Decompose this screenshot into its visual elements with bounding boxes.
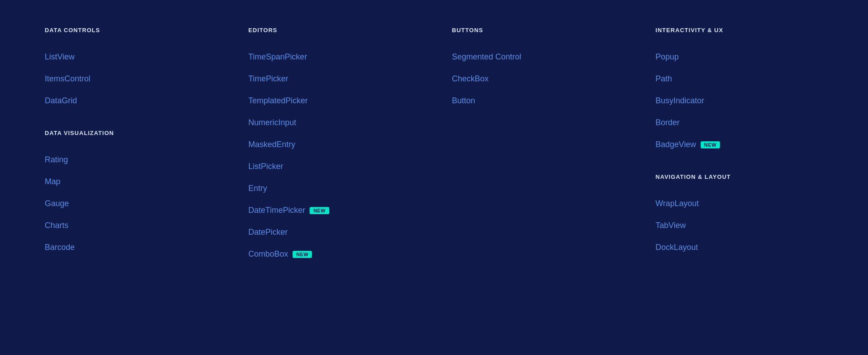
section-title-0-0: DATA CONTROLS [45,27,213,34]
section-items-2-0: Segmented ControlCheckBoxButton [452,46,620,112]
nav-link-numericinput[interactable]: NumericInput [248,112,416,134]
nav-link-barcode[interactable]: Barcode [45,237,213,258]
nav-link-label: BusyIndicator [655,96,704,106]
nav-link-datepicker[interactable]: DatePicker [248,221,416,243]
nav-link-datetimepicker[interactable]: DateTimePickerNEW [248,199,416,221]
section-title-1-0: EDITORS [248,27,416,34]
nav-link-label: Popup [655,52,679,62]
nav-link-datagrid[interactable]: DataGrid [45,90,213,112]
nav-link-label: Charts [45,221,68,230]
nav-link-label: DatePicker [248,228,288,237]
nav-link-combobox[interactable]: ComboBoxNEW [248,243,416,265]
nav-link-charts[interactable]: Charts [45,215,213,237]
section-title-3-0: INTERACTIVITY & UX [655,27,823,34]
nav-link-label: ComboBox [248,249,288,259]
nav-link-entry[interactable]: Entry [248,178,416,199]
nav-link-label: TimeSpanPicker [248,52,307,62]
badge-new: NEW [293,251,312,258]
nav-link-busyindicator[interactable]: BusyIndicator [655,90,823,112]
nav-link-label: NumericInput [248,118,296,127]
nav-link-button[interactable]: Button [452,90,620,112]
nav-link-docklayout[interactable]: DockLayout [655,237,823,258]
nav-link-label: ListPicker [248,162,283,171]
nav-link-label: Gauge [45,199,69,208]
nav-link-label: WrapLayout [655,199,699,208]
nav-link-label: Barcode [45,243,75,252]
nav-link-label: TabView [655,221,686,230]
nav-link-label: Segmented Control [452,52,521,62]
column-2: BUTTONSSegmented ControlCheckBoxButton [443,27,629,283]
nav-link-listpicker[interactable]: ListPicker [248,156,416,178]
nav-link-wraplayout[interactable]: WrapLayout [655,193,823,215]
section-items-0-0: ListViewItemsControlDataGrid [45,46,213,112]
badge-new: NEW [310,207,329,214]
section-title-2-0: BUTTONS [452,27,620,34]
nav-link-label: TimePicker [248,74,288,84]
nav-link-itemscontrol[interactable]: ItemsControl [45,68,213,90]
nav-link-checkbox[interactable]: CheckBox [452,68,620,90]
nav-link-rating[interactable]: Rating [45,149,213,171]
nav-link-listview[interactable]: ListView [45,46,213,68]
nav-link-templatedpicker[interactable]: TemplatedPicker [248,90,416,112]
nav-link-timepicker[interactable]: TimePicker [248,68,416,90]
nav-link-label: CheckBox [452,74,489,84]
nav-link-badgeview[interactable]: BadgeViewNEW [655,134,823,156]
nav-link-gauge[interactable]: Gauge [45,193,213,215]
nav-link-label: BadgeView [655,140,696,149]
section-items-3-0: PopupPathBusyIndicatorBorderBadgeViewNEW [655,46,823,156]
nav-link-label: ListView [45,52,75,62]
badge-new: NEW [701,141,720,148]
nav-link-label: DockLayout [655,243,698,252]
nav-link-label: Map [45,177,60,186]
nav-link-path[interactable]: Path [655,68,823,90]
nav-link-label: DataGrid [45,96,77,106]
nav-link-label: Entry [248,184,267,193]
section-items-1-0: TimeSpanPickerTimePickerTemplatedPickerN… [248,46,416,265]
nav-link-label: Button [452,96,475,106]
nav-link-label: MaskedEntry [248,140,295,149]
nav-link-popup[interactable]: Popup [655,46,823,68]
nav-link-label: TemplatedPicker [248,96,308,106]
nav-link-label: Rating [45,155,68,165]
section-items-3-1: WrapLayoutTabViewDockLayout [655,193,823,258]
column-0: DATA CONTROLSListViewItemsControlDataGri… [36,27,221,283]
nav-link-segmented-control[interactable]: Segmented Control [452,46,620,68]
column-3: INTERACTIVITY & UXPopupPathBusyIndicator… [647,27,832,283]
nav-link-label: Border [655,118,680,127]
section-title-3-1: NAVIGATION & LAYOUT [655,173,823,180]
column-1: EDITORSTimeSpanPickerTimePickerTemplated… [239,27,425,283]
nav-link-label: ItemsControl [45,74,90,84]
nav-link-timespanpicker[interactable]: TimeSpanPicker [248,46,416,68]
section-items-0-1: RatingMapGaugeChartsBarcode [45,149,213,258]
nav-link-map[interactable]: Map [45,171,213,193]
nav-link-tabview[interactable]: TabView [655,215,823,237]
nav-link-label: Path [655,74,672,84]
nav-link-maskedentry[interactable]: MaskedEntry [248,134,416,156]
section-title-0-1: DATA VISUALIZATION [45,130,213,136]
nav-link-label: DateTimePicker [248,206,305,215]
main-grid: DATA CONTROLSListViewItemsControlDataGri… [36,27,832,283]
nav-link-border[interactable]: Border [655,112,823,134]
